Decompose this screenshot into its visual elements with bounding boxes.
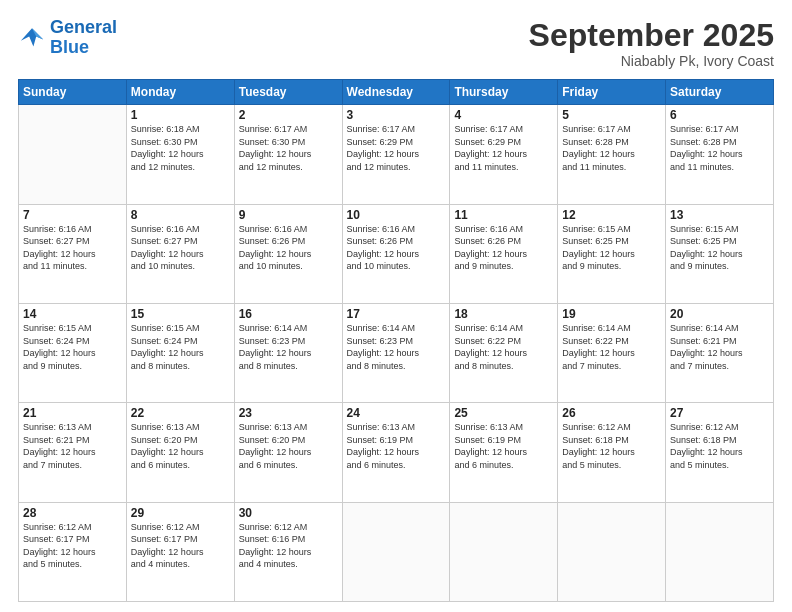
day-number: 2	[239, 108, 338, 122]
day-number: 14	[23, 307, 122, 321]
weekday-header: Saturday	[666, 80, 774, 105]
day-info: Sunrise: 6:14 AM Sunset: 6:23 PM Dayligh…	[347, 322, 446, 372]
month-title: September 2025	[529, 18, 774, 53]
title-block: September 2025 Niabably Pk, Ivory Coast	[529, 18, 774, 69]
calendar-cell: 23Sunrise: 6:13 AM Sunset: 6:20 PM Dayli…	[234, 403, 342, 502]
weekday-header: Monday	[126, 80, 234, 105]
calendar-cell: 26Sunrise: 6:12 AM Sunset: 6:18 PM Dayli…	[558, 403, 666, 502]
page: General Blue September 2025 Niabably Pk,…	[0, 0, 792, 612]
calendar-cell: 17Sunrise: 6:14 AM Sunset: 6:23 PM Dayli…	[342, 303, 450, 402]
calendar-cell	[666, 502, 774, 601]
calendar-cell: 15Sunrise: 6:15 AM Sunset: 6:24 PM Dayli…	[126, 303, 234, 402]
calendar-week-row: 14Sunrise: 6:15 AM Sunset: 6:24 PM Dayli…	[19, 303, 774, 402]
weekday-header: Wednesday	[342, 80, 450, 105]
day-info: Sunrise: 6:14 AM Sunset: 6:23 PM Dayligh…	[239, 322, 338, 372]
day-number: 21	[23, 406, 122, 420]
day-info: Sunrise: 6:16 AM Sunset: 6:27 PM Dayligh…	[23, 223, 122, 273]
calendar-cell: 4Sunrise: 6:17 AM Sunset: 6:29 PM Daylig…	[450, 105, 558, 204]
calendar-cell: 5Sunrise: 6:17 AM Sunset: 6:28 PM Daylig…	[558, 105, 666, 204]
day-info: Sunrise: 6:13 AM Sunset: 6:20 PM Dayligh…	[239, 421, 338, 471]
day-info: Sunrise: 6:14 AM Sunset: 6:22 PM Dayligh…	[562, 322, 661, 372]
day-info: Sunrise: 6:17 AM Sunset: 6:29 PM Dayligh…	[454, 123, 553, 173]
day-number: 28	[23, 506, 122, 520]
day-number: 16	[239, 307, 338, 321]
day-info: Sunrise: 6:12 AM Sunset: 6:18 PM Dayligh…	[562, 421, 661, 471]
day-info: Sunrise: 6:14 AM Sunset: 6:22 PM Dayligh…	[454, 322, 553, 372]
day-number: 6	[670, 108, 769, 122]
day-info: Sunrise: 6:16 AM Sunset: 6:27 PM Dayligh…	[131, 223, 230, 273]
day-number: 10	[347, 208, 446, 222]
calendar-cell: 1Sunrise: 6:18 AM Sunset: 6:30 PM Daylig…	[126, 105, 234, 204]
day-info: Sunrise: 6:12 AM Sunset: 6:17 PM Dayligh…	[131, 521, 230, 571]
calendar-cell	[342, 502, 450, 601]
calendar-cell: 16Sunrise: 6:14 AM Sunset: 6:23 PM Dayli…	[234, 303, 342, 402]
day-number: 11	[454, 208, 553, 222]
calendar-cell: 30Sunrise: 6:12 AM Sunset: 6:16 PM Dayli…	[234, 502, 342, 601]
calendar-cell: 19Sunrise: 6:14 AM Sunset: 6:22 PM Dayli…	[558, 303, 666, 402]
calendar-cell: 18Sunrise: 6:14 AM Sunset: 6:22 PM Dayli…	[450, 303, 558, 402]
weekday-header: Tuesday	[234, 80, 342, 105]
day-info: Sunrise: 6:13 AM Sunset: 6:21 PM Dayligh…	[23, 421, 122, 471]
logo-text: General Blue	[50, 18, 117, 58]
day-number: 24	[347, 406, 446, 420]
calendar-cell: 24Sunrise: 6:13 AM Sunset: 6:19 PM Dayli…	[342, 403, 450, 502]
day-number: 5	[562, 108, 661, 122]
day-info: Sunrise: 6:12 AM Sunset: 6:17 PM Dayligh…	[23, 521, 122, 571]
calendar-header-row: SundayMondayTuesdayWednesdayThursdayFrid…	[19, 80, 774, 105]
day-number: 27	[670, 406, 769, 420]
day-number: 26	[562, 406, 661, 420]
day-number: 8	[131, 208, 230, 222]
day-number: 7	[23, 208, 122, 222]
day-info: Sunrise: 6:16 AM Sunset: 6:26 PM Dayligh…	[454, 223, 553, 273]
calendar-cell: 28Sunrise: 6:12 AM Sunset: 6:17 PM Dayli…	[19, 502, 127, 601]
calendar-cell: 25Sunrise: 6:13 AM Sunset: 6:19 PM Dayli…	[450, 403, 558, 502]
day-info: Sunrise: 6:12 AM Sunset: 6:16 PM Dayligh…	[239, 521, 338, 571]
day-info: Sunrise: 6:13 AM Sunset: 6:20 PM Dayligh…	[131, 421, 230, 471]
day-info: Sunrise: 6:13 AM Sunset: 6:19 PM Dayligh…	[454, 421, 553, 471]
day-number: 12	[562, 208, 661, 222]
day-info: Sunrise: 6:15 AM Sunset: 6:25 PM Dayligh…	[670, 223, 769, 273]
day-info: Sunrise: 6:12 AM Sunset: 6:18 PM Dayligh…	[670, 421, 769, 471]
day-number: 9	[239, 208, 338, 222]
day-number: 29	[131, 506, 230, 520]
day-info: Sunrise: 6:15 AM Sunset: 6:25 PM Dayligh…	[562, 223, 661, 273]
day-info: Sunrise: 6:17 AM Sunset: 6:28 PM Dayligh…	[562, 123, 661, 173]
day-info: Sunrise: 6:18 AM Sunset: 6:30 PM Dayligh…	[131, 123, 230, 173]
calendar-week-row: 1Sunrise: 6:18 AM Sunset: 6:30 PM Daylig…	[19, 105, 774, 204]
calendar-cell: 7Sunrise: 6:16 AM Sunset: 6:27 PM Daylig…	[19, 204, 127, 303]
calendar-cell: 8Sunrise: 6:16 AM Sunset: 6:27 PM Daylig…	[126, 204, 234, 303]
calendar-cell: 2Sunrise: 6:17 AM Sunset: 6:30 PM Daylig…	[234, 105, 342, 204]
weekday-header: Sunday	[19, 80, 127, 105]
day-number: 18	[454, 307, 553, 321]
day-number: 23	[239, 406, 338, 420]
calendar-cell: 14Sunrise: 6:15 AM Sunset: 6:24 PM Dayli…	[19, 303, 127, 402]
calendar-table: SundayMondayTuesdayWednesdayThursdayFrid…	[18, 79, 774, 602]
day-info: Sunrise: 6:17 AM Sunset: 6:28 PM Dayligh…	[670, 123, 769, 173]
weekday-header: Friday	[558, 80, 666, 105]
calendar-week-row: 28Sunrise: 6:12 AM Sunset: 6:17 PM Dayli…	[19, 502, 774, 601]
day-info: Sunrise: 6:16 AM Sunset: 6:26 PM Dayligh…	[347, 223, 446, 273]
day-number: 3	[347, 108, 446, 122]
calendar-cell: 11Sunrise: 6:16 AM Sunset: 6:26 PM Dayli…	[450, 204, 558, 303]
day-number: 4	[454, 108, 553, 122]
day-number: 15	[131, 307, 230, 321]
calendar-cell: 10Sunrise: 6:16 AM Sunset: 6:26 PM Dayli…	[342, 204, 450, 303]
calendar-cell	[19, 105, 127, 204]
day-number: 25	[454, 406, 553, 420]
day-info: Sunrise: 6:17 AM Sunset: 6:30 PM Dayligh…	[239, 123, 338, 173]
day-info: Sunrise: 6:17 AM Sunset: 6:29 PM Dayligh…	[347, 123, 446, 173]
calendar-cell: 13Sunrise: 6:15 AM Sunset: 6:25 PM Dayli…	[666, 204, 774, 303]
day-info: Sunrise: 6:15 AM Sunset: 6:24 PM Dayligh…	[131, 322, 230, 372]
calendar-cell: 12Sunrise: 6:15 AM Sunset: 6:25 PM Dayli…	[558, 204, 666, 303]
day-number: 17	[347, 307, 446, 321]
calendar-cell: 20Sunrise: 6:14 AM Sunset: 6:21 PM Dayli…	[666, 303, 774, 402]
day-number: 20	[670, 307, 769, 321]
day-info: Sunrise: 6:15 AM Sunset: 6:24 PM Dayligh…	[23, 322, 122, 372]
day-number: 22	[131, 406, 230, 420]
logo: General Blue	[18, 18, 117, 58]
calendar-cell: 6Sunrise: 6:17 AM Sunset: 6:28 PM Daylig…	[666, 105, 774, 204]
weekday-header: Thursday	[450, 80, 558, 105]
day-info: Sunrise: 6:14 AM Sunset: 6:21 PM Dayligh…	[670, 322, 769, 372]
calendar-week-row: 7Sunrise: 6:16 AM Sunset: 6:27 PM Daylig…	[19, 204, 774, 303]
location: Niabably Pk, Ivory Coast	[529, 53, 774, 69]
